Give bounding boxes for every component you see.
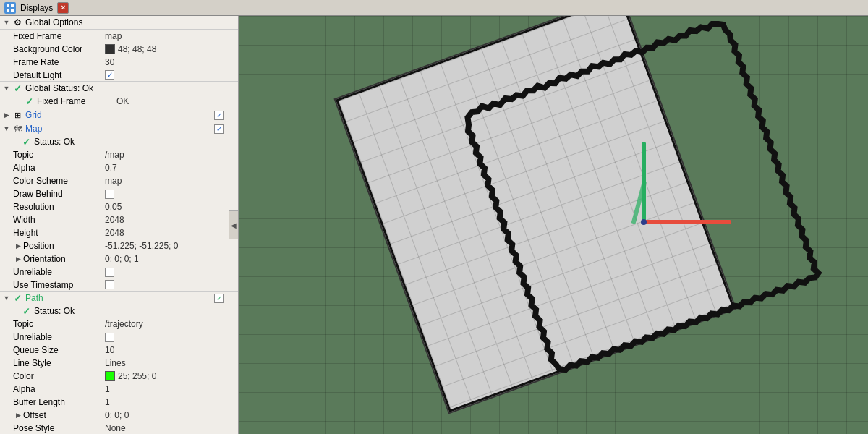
frame-rate-value[interactable]: 30 [105,57,177,67]
titlebar-close-button[interactable]: × [57,2,69,14]
path-queue-size-value[interactable]: 10 [105,345,177,355]
path-topic-label: Topic [13,319,105,329]
map-use-timestamp-checkbox[interactable] [105,280,114,289]
map-topic-value[interactable]: /map [105,150,177,160]
svg-rect-2 [7,9,9,12]
path-offset-expander[interactable]: ▶ [13,410,23,420]
global-status-fixed-frame-row[interactable]: ✓ Fixed Frame OK [0,95,238,109]
map-height-row[interactable]: Height 2048 [0,226,238,239]
default-light-row[interactable]: Default Light [0,69,238,82]
map-width-value[interactable]: 2048 [105,215,177,225]
path-alpha-row[interactable]: Alpha 1 [0,383,238,396]
global-status-expander[interactable]: ▼ [1,83,12,93]
map-expander[interactable]: ▼ [1,124,12,134]
map-position-value[interactable]: -51.225; -51.225; 0 [105,241,192,251]
background-color-row[interactable]: Background Color 48; 48; 48 [0,43,238,56]
map-color-scheme-row[interactable]: Color Scheme map [0,174,238,187]
panel-collapse-handle[interactable]: ◀ [229,210,239,239]
map-alpha-value[interactable]: 0.7 [105,163,177,173]
path-line-style-row[interactable]: Line Style Lines [0,357,238,370]
origin-dot [641,219,647,225]
path-offset-label: Offset [23,410,105,420]
map-row[interactable]: ▼ 🗺 Map [0,122,238,135]
map-unreliable-checkbox[interactable] [105,268,114,277]
fixed-frame-row[interactable]: Fixed Frame map [0,30,238,43]
path-color-value[interactable]: 25; 255; 0 [105,371,177,381]
path-offset-row[interactable]: ▶ Offset 0; 0; 0 [0,409,238,422]
map-resolution-label: Resolution [13,202,105,212]
map-checkbox[interactable] [214,124,224,134]
path-alpha-value[interactable]: 1 [105,384,177,394]
path-row[interactable]: ▼ ✓ Path [0,292,238,305]
path-color-row[interactable]: Color 25; 255; 0 [0,370,238,383]
map-orientation-row[interactable]: ▶ Orientation 0; 0; 0; 1 [0,252,238,265]
path-checkbox[interactable] [214,294,224,303]
map-draw-behind-checkbox[interactable] [105,190,114,199]
background-color-label: Background Color [13,44,105,54]
map-orientation-expander[interactable]: ▶ [13,254,23,264]
path-pose-style-row[interactable]: Pose Style None [0,422,238,434]
global-options-expander[interactable]: ▼ [1,17,12,27]
path-unreliable-row[interactable]: Unreliable [0,331,238,344]
global-status-row[interactable]: ▼ ✓ Global Status: Ok [0,82,238,95]
grid-row[interactable]: ▶ ⊞ Grid [0,109,238,122]
map-draw-behind-label: Draw Behind [13,189,105,199]
map-height-value[interactable]: 2048 [105,228,177,238]
map-status-row[interactable]: ✓ Status: Ok [0,135,238,148]
map-status-icon: ✓ [20,136,32,148]
map-status-label: Status: Ok [34,137,237,147]
fixed-frame-label: Fixed Frame [13,31,105,41]
path-buffer-length-row[interactable]: Buffer Length 1 [0,396,238,409]
global-status-label: Global Status: Ok [25,83,237,93]
path-line-style-label: Line Style [13,358,105,368]
frame-rate-row[interactable]: Frame Rate 30 [0,56,238,69]
map-resolution-row[interactable]: Resolution 0.05 [0,200,238,213]
grid-checkbox[interactable] [214,111,224,120]
path-buffer-length-label: Buffer Length [13,397,105,407]
map-position-row[interactable]: ▶ Position -51.225; -51.225; 0 [0,239,238,252]
path-color-label: Color [13,371,105,381]
path-queue-size-row[interactable]: Queue Size 10 [0,344,238,357]
path-offset-value[interactable]: 0; 0; 0 [105,410,177,420]
path-color-swatch[interactable] [105,371,115,381]
3d-viewport[interactable] [239,16,868,434]
map-alpha-row[interactable]: Alpha 0.7 [0,161,238,174]
path-unreliable-checkbox[interactable] [105,333,114,342]
fixed-frame-value[interactable]: map [105,31,177,41]
map-alpha-label: Alpha [13,163,105,173]
path-queue-size-label: Queue Size [13,345,105,355]
map-icon: 🗺 [12,123,23,135]
path-topic-row[interactable]: Topic /trajectory [0,318,238,331]
displays-panel: ▼ ⚙ Global Options Fixed Frame map Backg… [0,16,239,434]
map-color-scheme-value[interactable]: map [105,176,177,186]
map-orientation-value[interactable]: 0; 0; 0; 1 [105,254,177,264]
path-topic-value[interactable]: /trajectory [105,319,177,329]
grid-expander[interactable]: ▶ [1,110,12,120]
map-orientation-label: Orientation [23,254,105,264]
map-label: Map [25,124,214,134]
background-color-value[interactable]: 48; 48; 48 [105,44,177,54]
global-options-row[interactable]: ▼ ⚙ Global Options [0,16,238,30]
map-topic-row[interactable]: Topic /map [0,148,238,161]
background-color-swatch[interactable] [105,44,115,54]
path-status-row[interactable]: ✓ Status: Ok [0,305,238,318]
map-use-timestamp-row[interactable]: Use Timestamp [0,278,238,292]
global-options-label: Global Options [25,17,237,27]
map-color-scheme-label: Color Scheme [13,176,105,186]
path-pose-style-value[interactable]: None [105,423,177,433]
fixed-frame-ok-label: Fixed Frame [37,96,116,106]
map-resolution-value[interactable]: 0.05 [105,202,177,212]
path-line-style-value[interactable]: Lines [105,358,177,368]
map-draw-behind-row[interactable]: Draw Behind [0,187,238,200]
map-position-expander[interactable]: ▶ [13,241,23,251]
main-area: ▼ ⚙ Global Options Fixed Frame map Backg… [0,16,868,434]
path-alpha-label: Alpha [13,384,105,394]
path-expander[interactable]: ▼ [1,293,12,303]
map-height-label: Height [13,228,105,238]
map-unreliable-row[interactable]: Unreliable [0,265,238,278]
default-light-checkbox[interactable] [105,70,114,80]
global-status-icon: ✓ [12,82,23,94]
path-buffer-length-value[interactable]: 1 [105,397,177,407]
fixed-frame-ok-icon: ✓ [23,95,35,107]
map-width-row[interactable]: Width 2048 [0,213,238,226]
